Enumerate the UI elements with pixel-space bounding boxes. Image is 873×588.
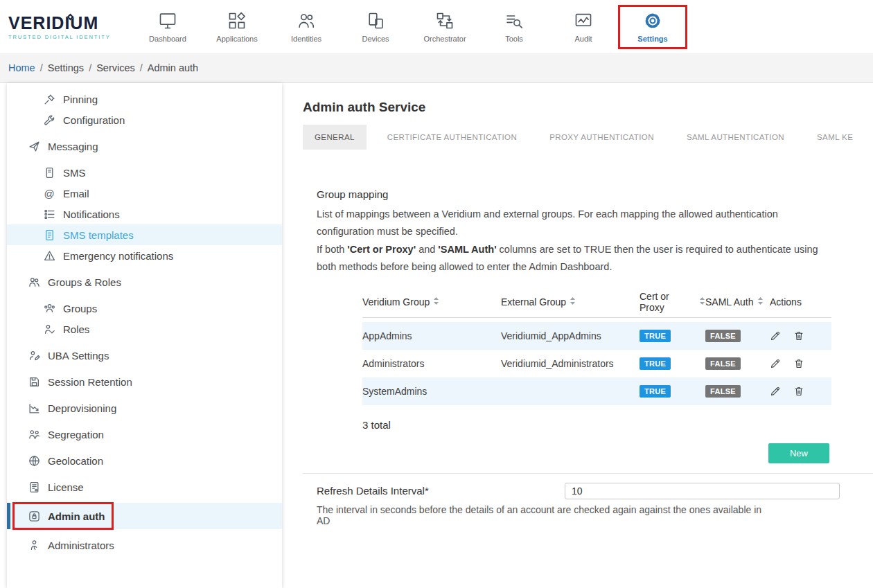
sidebar-item-pinning[interactable]: Pinning <box>7 89 282 109</box>
table-row: Administrators Veridiumid_Administrators… <box>362 350 831 377</box>
sidebar-item-configuration[interactable]: Configuration <box>7 109 282 130</box>
sidebar-item-emergency-notifications[interactable]: Emergency notifications <box>7 245 282 266</box>
refresh-interval-input[interactable] <box>565 483 840 499</box>
sidebar-item-email[interactable]: @ Email <box>7 183 282 204</box>
nav-item-dashboard[interactable]: Dashboard <box>133 5 202 49</box>
tab-proxy-authentication[interactable]: PROXY AUTHENTICATION <box>538 125 666 150</box>
tab-general[interactable]: GENERAL <box>303 125 367 150</box>
column-header-saml-auth[interactable]: SAML Auth <box>705 296 770 308</box>
sidebar-item-admin-auth[interactable]: Admin auth <box>7 503 282 529</box>
orchestrator-icon <box>435 10 455 31</box>
breadcrumb: Home / Settings / Services / Admin auth <box>0 53 873 83</box>
nav-label: Devices <box>362 35 389 43</box>
sidebar-item-label: Groups & Roles <box>48 276 121 288</box>
nav-item-identities[interactable]: Identities <box>272 5 341 49</box>
refresh-interval-help-text: The interval in seconds before the detai… <box>317 504 774 526</box>
sidebar-item-roles[interactable]: Roles <box>7 319 282 339</box>
brand-tagline: TRUSTED DIGITAL IDENTITY <box>8 34 125 40</box>
nav-item-audit[interactable]: Audit <box>549 5 618 49</box>
breadcrumb-current: Admin auth <box>148 62 198 73</box>
delete-trash-icon[interactable] <box>793 358 804 369</box>
audit-icon <box>574 10 593 31</box>
cell-veridium-group: SystemAdmins <box>362 386 501 397</box>
main-content: Admin auth Service GENERAL CERTIFICATE A… <box>282 83 873 588</box>
group-icon <box>43 303 55 314</box>
page-title: Admin auth Service <box>303 100 873 115</box>
sort-icon <box>570 296 576 308</box>
sidebar-item-label: SMS <box>63 167 86 179</box>
pin-icon <box>43 93 55 105</box>
table-actions-row: New <box>317 443 829 463</box>
sidebar-item-label: Emergency notifications <box>63 250 173 262</box>
sidebar-item-label: SMS templates <box>63 229 134 241</box>
cell-saml-auth: FALSE <box>705 330 770 342</box>
sidebar-item-label: Geolocation <box>48 455 103 467</box>
sidebar-item-license[interactable]: License <box>7 476 282 497</box>
sidebar-item-label: Email <box>63 188 89 199</box>
breadcrumb-services[interactable]: Services <box>96 62 135 73</box>
sidebar-item-label: Administrators <box>48 540 114 551</box>
sidebar-item-groups[interactable]: Groups <box>7 298 282 319</box>
delete-trash-icon[interactable] <box>793 330 804 341</box>
tab-certificate-authentication[interactable]: CERTIFICATE AUTHENTICATION <box>376 125 529 150</box>
notifications-list-icon <box>43 208 55 220</box>
breadcrumb-separator: / <box>135 62 148 73</box>
sidebar-item-notifications[interactable]: Notifications <box>7 204 282 224</box>
column-header-actions: Actions <box>770 296 831 308</box>
sidebar-item-sms[interactable]: SMS <box>7 162 282 183</box>
nav-item-tools[interactable]: Tools <box>479 5 549 49</box>
sidebar-item-label: Segregation <box>48 429 104 440</box>
nav-label: Audit <box>574 35 592 43</box>
tools-icon <box>504 10 524 31</box>
cell-cert-or-proxy: TRUE <box>640 357 705 370</box>
sidebar-item-label: Session Retention <box>48 376 132 388</box>
column-header-cert-or-proxy[interactable]: Cert or Proxy <box>640 291 705 313</box>
applications-icon <box>227 10 247 31</box>
column-header-veridium-group[interactable]: Veridium Group <box>362 296 501 308</box>
sidebar-item-messaging[interactable]: Messaging <box>7 136 282 157</box>
sidebar-item-session-retention[interactable]: Session Retention <box>7 371 282 392</box>
warning-triangle-icon <box>43 250 55 262</box>
sidebar-item-label: Messaging <box>48 141 98 152</box>
administrator-person-icon <box>28 540 40 551</box>
sms-icon <box>43 167 55 179</box>
breadcrumb-home[interactable]: Home <box>8 62 35 73</box>
false-badge: FALSE <box>705 357 741 370</box>
active-indicator-bar <box>7 503 10 529</box>
edit-pencil-icon[interactable] <box>770 358 781 369</box>
sidebar-item-label: UBA Settings <box>48 350 109 362</box>
true-badge: TRUE <box>640 357 671 370</box>
sidebar-item-sms-templates[interactable]: SMS templates <box>7 224 282 245</box>
cell-actions <box>770 358 831 369</box>
document-icon <box>43 229 55 241</box>
sidebar-item-uba-settings[interactable]: UBA Settings <box>7 345 282 366</box>
nav-item-orchestrator[interactable]: Orchestrator <box>410 5 479 49</box>
sidebar-item-segregation[interactable]: Segregation <box>7 424 282 445</box>
delete-trash-icon[interactable] <box>793 386 804 397</box>
edit-pencil-icon[interactable] <box>770 386 781 397</box>
column-header-external-group[interactable]: External Group <box>501 296 640 308</box>
breadcrumb-settings[interactable]: Settings <box>48 62 84 73</box>
nav-item-settings[interactable]: Settings <box>618 5 687 49</box>
save-disk-icon <box>28 376 40 388</box>
sidebar-item-geolocation[interactable]: Geolocation <box>7 450 282 471</box>
tab-saml-authentication[interactable]: SAML AUTHENTICATION <box>675 125 796 150</box>
cell-actions <box>770 330 831 341</box>
cell-veridium-group: Administrators <box>362 358 501 369</box>
nav-item-devices[interactable]: Devices <box>341 5 410 49</box>
true-badge: TRUE <box>640 330 671 342</box>
main-nav: Dashboard Applications Identities Device… <box>133 5 687 49</box>
sidebar-item-deprovisioning[interactable]: Deprovisioning <box>7 398 282 418</box>
edit-pencil-icon[interactable] <box>770 330 781 341</box>
veridium-logo: VERIDIUM TRUSTED DIGITAL IDENTITY <box>8 13 125 40</box>
dashboard-icon <box>158 10 177 31</box>
nav-item-applications[interactable]: Applications <box>202 5 272 49</box>
sidebar-item-label: Groups <box>63 303 97 314</box>
nav-label: Applications <box>216 35 257 43</box>
new-mapping-button[interactable]: New <box>768 443 829 463</box>
sidebar-item-administrators[interactable]: Administrators <box>7 535 282 555</box>
tab-saml-keystore[interactable]: SAML KE <box>805 125 865 150</box>
sidebar-item-groups-roles[interactable]: Groups & Roles <box>7 271 282 292</box>
globe-icon <box>28 455 40 467</box>
note-bold-cert-or-proxy: 'Cert or Proxy' <box>347 244 416 255</box>
